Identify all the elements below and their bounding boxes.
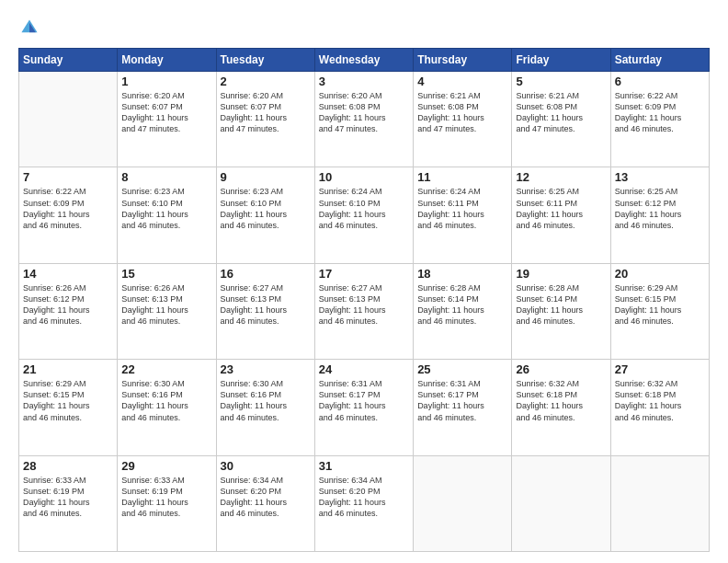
sunrise-text: Sunrise: 6:20 AM [319, 90, 409, 101]
sunrise-text: Sunrise: 6:21 AM [417, 90, 507, 101]
sunset-text: Sunset: 6:08 PM [516, 101, 606, 112]
day-cell: 16Sunrise: 6:27 AMSunset: 6:13 PMDayligh… [216, 263, 314, 359]
day-cell: 29Sunrise: 6:33 AMSunset: 6:19 PMDayligh… [118, 455, 216, 551]
day-cell: 11Sunrise: 6:24 AMSunset: 6:11 PMDayligh… [414, 167, 512, 263]
day-number: 11 [417, 170, 507, 184]
day-number: 1 [121, 75, 211, 88]
logo [18, 17, 44, 39]
daylight-line1: Daylight: 11 hours [221, 497, 311, 508]
day-info: Sunrise: 6:20 AMSunset: 6:08 PMDaylight:… [319, 90, 409, 135]
sunrise-text: Sunrise: 6:30 AM [121, 378, 211, 389]
day-number: 28 [23, 459, 113, 473]
day-info: Sunrise: 6:24 AMSunset: 6:10 PMDaylight:… [319, 186, 409, 231]
sunrise-text: Sunrise: 6:20 AM [221, 90, 311, 101]
day-info: Sunrise: 6:30 AMSunset: 6:16 PMDaylight:… [121, 378, 211, 423]
sunrise-text: Sunrise: 6:25 AM [516, 186, 606, 197]
daylight-line2: and 46 minutes. [121, 508, 211, 519]
day-cell: 22Sunrise: 6:30 AMSunset: 6:16 PMDayligh… [118, 360, 216, 455]
day-info: Sunrise: 6:20 AMSunset: 6:07 PMDaylight:… [121, 90, 211, 135]
day-number: 20 [615, 267, 705, 281]
day-number: 9 [221, 170, 311, 184]
daylight-line2: and 46 minutes. [417, 220, 507, 231]
daylight-line1: Daylight: 11 hours [319, 209, 409, 220]
daylight-line2: and 46 minutes. [516, 220, 606, 231]
sunrise-text: Sunrise: 6:34 AM [319, 475, 409, 486]
day-cell: 21Sunrise: 6:29 AMSunset: 6:15 PMDayligh… [19, 360, 118, 455]
daylight-line1: Daylight: 11 hours [23, 304, 113, 316]
day-info: Sunrise: 6:26 AMSunset: 6:13 PMDaylight:… [121, 282, 211, 327]
day-info: Sunrise: 6:31 AMSunset: 6:17 PMDaylight:… [417, 378, 507, 423]
daylight-line2: and 47 minutes. [417, 123, 507, 134]
day-info: Sunrise: 6:31 AMSunset: 6:17 PMDaylight:… [319, 378, 409, 423]
day-info: Sunrise: 6:29 AMSunset: 6:15 PMDaylight:… [23, 378, 113, 423]
sunset-text: Sunset: 6:11 PM [417, 198, 507, 209]
daylight-line2: and 46 minutes. [23, 412, 113, 423]
day-cell: 9Sunrise: 6:23 AMSunset: 6:10 PMDaylight… [216, 167, 314, 263]
day-info: Sunrise: 6:29 AMSunset: 6:15 PMDaylight:… [615, 282, 705, 327]
daylight-line2: and 46 minutes. [221, 316, 311, 327]
sunrise-text: Sunrise: 6:24 AM [319, 186, 409, 197]
sunrise-text: Sunrise: 6:33 AM [23, 475, 113, 486]
day-number: 29 [121, 459, 211, 473]
daylight-line2: and 46 minutes. [221, 508, 311, 519]
day-info: Sunrise: 6:34 AMSunset: 6:20 PMDaylight:… [319, 475, 409, 520]
day-info: Sunrise: 6:22 AMSunset: 6:09 PMDaylight:… [23, 186, 113, 231]
sunset-text: Sunset: 6:18 PM [516, 389, 606, 400]
daylight-line2: and 47 minutes. [319, 123, 409, 134]
daylight-line2: and 46 minutes. [615, 123, 705, 134]
day-info: Sunrise: 6:33 AMSunset: 6:19 PMDaylight:… [121, 475, 211, 520]
daylight-line2: and 46 minutes. [615, 220, 705, 231]
sunrise-text: Sunrise: 6:22 AM [615, 90, 705, 101]
day-number: 26 [516, 362, 606, 376]
sunrise-text: Sunrise: 6:27 AM [319, 282, 409, 293]
day-cell: 3Sunrise: 6:20 AMSunset: 6:08 PMDaylight… [314, 72, 413, 167]
day-cell: 18Sunrise: 6:28 AMSunset: 6:14 PMDayligh… [414, 263, 512, 359]
day-number: 2 [221, 75, 311, 88]
daylight-line2: and 46 minutes. [121, 316, 211, 327]
day-number: 27 [615, 362, 705, 376]
sunrise-text: Sunrise: 6:26 AM [121, 282, 211, 293]
day-number: 15 [121, 267, 211, 281]
daylight-line2: and 46 minutes. [23, 316, 113, 327]
day-info: Sunrise: 6:28 AMSunset: 6:14 PMDaylight:… [516, 282, 606, 327]
daylight-line2: and 46 minutes. [121, 412, 211, 423]
sunset-text: Sunset: 6:12 PM [615, 198, 705, 209]
sunset-text: Sunset: 6:09 PM [615, 101, 705, 112]
day-info: Sunrise: 6:32 AMSunset: 6:18 PMDaylight:… [615, 378, 705, 423]
day-number: 21 [23, 362, 113, 376]
sunset-text: Sunset: 6:09 PM [23, 198, 113, 209]
weekday-thursday: Thursday [414, 49, 512, 72]
day-info: Sunrise: 6:24 AMSunset: 6:11 PMDaylight:… [417, 186, 507, 231]
daylight-line1: Daylight: 11 hours [615, 304, 705, 316]
day-cell [512, 455, 610, 551]
sunset-text: Sunset: 6:10 PM [221, 198, 311, 209]
day-number: 16 [221, 267, 311, 281]
daylight-line2: and 46 minutes. [319, 220, 409, 231]
day-info: Sunrise: 6:22 AMSunset: 6:09 PMDaylight:… [615, 90, 705, 135]
daylight-line1: Daylight: 11 hours [615, 112, 705, 123]
day-cell: 1Sunrise: 6:20 AMSunset: 6:07 PMDaylight… [118, 72, 216, 167]
daylight-line1: Daylight: 11 hours [319, 304, 409, 316]
day-info: Sunrise: 6:21 AMSunset: 6:08 PMDaylight:… [417, 90, 507, 135]
sunrise-text: Sunrise: 6:33 AM [121, 475, 211, 486]
sunset-text: Sunset: 6:18 PM [615, 389, 705, 400]
daylight-line2: and 46 minutes. [23, 220, 113, 231]
day-number: 18 [417, 267, 507, 281]
daylight-line1: Daylight: 11 hours [23, 497, 113, 508]
daylight-line1: Daylight: 11 hours [417, 209, 507, 220]
sunset-text: Sunset: 6:17 PM [417, 389, 507, 400]
daylight-line2: and 47 minutes. [121, 123, 211, 134]
sunset-text: Sunset: 6:10 PM [121, 198, 211, 209]
sunset-text: Sunset: 6:07 PM [221, 101, 311, 112]
sunrise-text: Sunrise: 6:32 AM [615, 378, 705, 389]
day-info: Sunrise: 6:23 AMSunset: 6:10 PMDaylight:… [221, 186, 311, 231]
week-row-3: 14Sunrise: 6:26 AMSunset: 6:12 PMDayligh… [19, 263, 710, 359]
daylight-line2: and 47 minutes. [516, 123, 606, 134]
sunset-text: Sunset: 6:15 PM [615, 293, 705, 304]
weekday-tuesday: Tuesday [216, 49, 314, 72]
daylight-line1: Daylight: 11 hours [319, 400, 409, 411]
day-cell: 19Sunrise: 6:28 AMSunset: 6:14 PMDayligh… [512, 263, 610, 359]
week-row-2: 7Sunrise: 6:22 AMSunset: 6:09 PMDaylight… [19, 167, 710, 263]
day-info: Sunrise: 6:34 AMSunset: 6:20 PMDaylight:… [221, 475, 311, 520]
daylight-line2: and 46 minutes. [221, 412, 311, 423]
